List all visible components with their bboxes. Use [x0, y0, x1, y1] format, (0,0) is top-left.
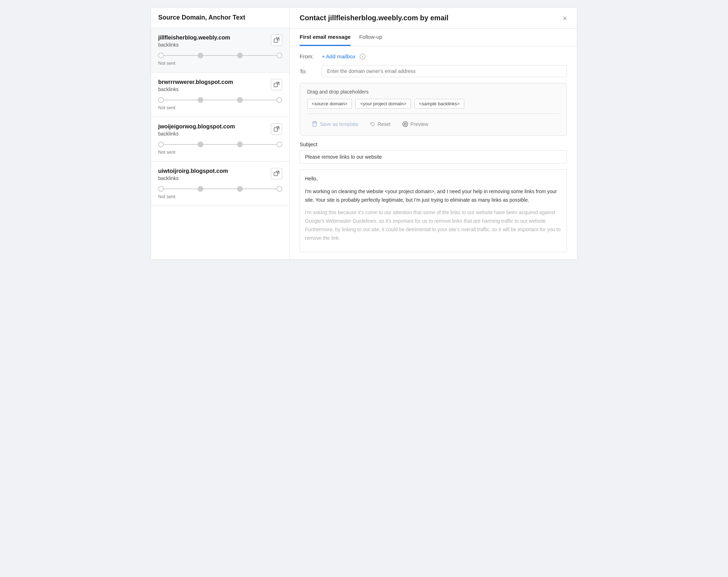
progress-line-3	[243, 189, 277, 189]
progress-track	[158, 142, 282, 147]
save-icon	[312, 121, 318, 127]
progress-circle-4	[277, 186, 282, 192]
domain-item[interactable]: jillfleisherblog.weebly.com backlinks No…	[151, 28, 289, 73]
progress-line-3	[243, 144, 277, 145]
link-icon-button[interactable]	[271, 79, 282, 90]
progress-circle-3	[237, 53, 243, 58]
progress-circle-1	[158, 53, 164, 58]
right-panel-header: Contact jillfleisherblog.weebly.com by e…	[290, 7, 577, 29]
close-button[interactable]: ×	[563, 15, 567, 22]
progress-circle-3	[237, 142, 243, 147]
progress-line-3	[243, 100, 277, 100]
domain-item[interactable]: brwrrrwwerer.blogspot.com backlinks Not …	[151, 73, 289, 117]
tabs-bar: First email message Follow-up	[290, 29, 577, 46]
svg-point-11	[404, 123, 406, 125]
domain-info: jwoijeigorwog.blogspot.com backlinks	[158, 123, 235, 137]
placeholder-chips: <source domain><your project domain><sam…	[307, 99, 560, 108]
progress-circle-1	[158, 186, 164, 192]
preview-icon	[402, 121, 408, 127]
placeholder-box: Drag and drop placeholders <source domai…	[300, 83, 567, 136]
progress-circle-2	[198, 53, 203, 58]
domain-list: jillfleisherblog.weebly.com backlinks No…	[151, 28, 289, 206]
from-label: From:	[300, 53, 317, 59]
external-link-icon	[274, 37, 279, 43]
reset-label: Reset	[378, 121, 391, 127]
domain-item-header: uiwtoijroirg.blogspot.com backlinks	[158, 168, 282, 181]
right-body: From: + Add mailbox i To: Drag and drop …	[290, 46, 577, 259]
progress-track	[158, 186, 282, 192]
add-mailbox-label: + Add mailbox	[322, 53, 355, 59]
progress-circle-4	[277, 142, 282, 147]
main-container: Source Domain, Anchor Text jillfleisherb…	[151, 7, 577, 260]
to-row: To:	[300, 65, 567, 77]
progress-line-2	[203, 144, 237, 145]
domain-type: backlinks	[158, 175, 228, 181]
save-template-label: Save as template	[320, 121, 358, 127]
domain-item-header: jillfleisherblog.weebly.com backlinks	[158, 35, 282, 48]
dialog-title: Contact jillfleisherblog.weebly.com by e…	[300, 14, 449, 22]
not-sent-status: Not sent	[158, 60, 282, 66]
subject-input[interactable]	[300, 150, 567, 164]
progress-line-1	[164, 144, 198, 145]
progress-circle-2	[198, 97, 203, 103]
link-icon-button[interactable]	[271, 123, 282, 135]
reset-button[interactable]: Reset	[365, 119, 396, 129]
link-icon-button[interactable]	[271, 168, 282, 179]
progress-line-3	[243, 55, 277, 56]
domain-item-header: brwrrrwwerer.blogspot.com backlinks	[158, 79, 282, 92]
progress-circle-3	[237, 97, 243, 103]
domain-info: uiwtoijroirg.blogspot.com backlinks	[158, 168, 228, 181]
placeholder-label: Drag and drop placeholders	[307, 89, 560, 95]
domain-name: jwoijeigorwog.blogspot.com	[158, 123, 235, 130]
left-panel-header: Source Domain, Anchor Text	[151, 7, 289, 28]
left-panel: Source Domain, Anchor Text jillfleisherb…	[151, 7, 290, 259]
progress-circle-2	[198, 186, 203, 192]
svg-point-10	[403, 122, 408, 127]
add-mailbox-button[interactable]: + Add mailbox	[322, 53, 355, 59]
tab-followup[interactable]: Follow-up	[359, 29, 382, 46]
domain-item[interactable]: uiwtoijroirg.blogspot.com backlinks Not …	[151, 162, 289, 206]
external-link-icon	[274, 82, 279, 88]
progress-circle-1	[158, 142, 164, 147]
preview-label: Preview	[411, 121, 428, 127]
not-sent-status: Not sent	[158, 194, 282, 199]
progress-track	[158, 53, 282, 58]
subject-label: Subject	[300, 141, 567, 147]
progress-circle-4	[277, 53, 282, 58]
placeholder-chip[interactable]: <your project domain>	[355, 99, 411, 108]
link-icon-button[interactable]	[271, 35, 282, 46]
domain-item-header: jwoijeigorwog.blogspot.com backlinks	[158, 123, 282, 137]
progress-line-2	[203, 189, 237, 189]
email-body[interactable]: Hello,I'm working on cleaning the websit…	[300, 169, 567, 252]
to-input[interactable]	[322, 65, 567, 77]
placeholder-actions: Save as template Reset	[307, 113, 560, 129]
domain-name: jillfleisherblog.weebly.com	[158, 35, 230, 41]
not-sent-status: Not sent	[158, 149, 282, 155]
domain-item[interactable]: jwoijeigorwog.blogspot.com backlinks Not…	[151, 117, 289, 162]
external-link-icon	[274, 171, 279, 176]
progress-line-1	[164, 189, 198, 189]
progress-circle-2	[198, 142, 203, 147]
progress-track	[158, 97, 282, 103]
domain-type: backlinks	[158, 42, 230, 48]
placeholder-chip[interactable]: <source domain>	[307, 99, 352, 108]
to-label: To:	[300, 68, 317, 74]
info-icon[interactable]: i	[360, 54, 365, 59]
progress-circle-3	[237, 186, 243, 192]
svg-rect-9	[314, 122, 316, 123]
right-panel: Contact jillfleisherblog.weebly.com by e…	[290, 7, 577, 259]
tab-first-email[interactable]: First email message	[300, 29, 350, 46]
progress-line-2	[203, 100, 237, 100]
progress-line-1	[164, 100, 198, 100]
domain-type: backlinks	[158, 86, 233, 92]
progress-line-2	[203, 55, 237, 56]
preview-button[interactable]: Preview	[397, 119, 433, 129]
domain-info: brwrrrwwerer.blogspot.com backlinks	[158, 79, 233, 92]
domain-info: jillfleisherblog.weebly.com backlinks	[158, 35, 230, 48]
placeholder-chip[interactable]: <sample backlinks>	[414, 99, 464, 108]
domain-type: backlinks	[158, 131, 235, 137]
progress-line-1	[164, 55, 198, 56]
domain-name: brwrrrwwerer.blogspot.com	[158, 79, 233, 85]
save-template-button[interactable]: Save as template	[307, 119, 363, 129]
not-sent-status: Not sent	[158, 105, 282, 110]
